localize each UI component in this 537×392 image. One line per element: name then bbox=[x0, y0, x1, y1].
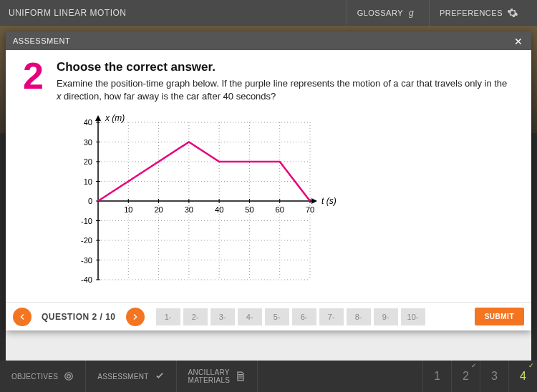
assessment-modal: ASSESSMENT 2 Choose the correct answer. … bbox=[6, 31, 531, 330]
bottom-bar: OBJECTIVES ASSESSMENT ANCILLARY MATERIAL… bbox=[0, 361, 537, 392]
svg-text:70: 70 bbox=[306, 205, 314, 214]
svg-text:60: 60 bbox=[276, 205, 284, 214]
svg-marker-19 bbox=[311, 198, 317, 204]
svg-text:10: 10 bbox=[84, 177, 92, 186]
check-icon: ✓ bbox=[528, 362, 534, 369]
check-icon: ✓ bbox=[471, 362, 477, 369]
page-title: UNIFORM LINEAR MOTION bbox=[9, 8, 347, 18]
svg-marker-17 bbox=[95, 115, 101, 121]
modal-title: ASSESSMENT bbox=[13, 36, 514, 45]
submit-button[interactable]: SUBMIT bbox=[475, 308, 524, 325]
question-nav-item[interactable]: 4- bbox=[238, 308, 262, 325]
svg-text:10: 10 bbox=[124, 205, 132, 214]
next-question-button[interactable] bbox=[126, 308, 145, 326]
svg-point-55 bbox=[67, 375, 71, 378]
chevron-right-icon bbox=[131, 313, 140, 321]
svg-text:30: 30 bbox=[185, 205, 193, 214]
svg-text:50: 50 bbox=[245, 205, 253, 214]
svg-point-54 bbox=[65, 373, 73, 381]
modal-header: ASSESSMENT bbox=[6, 31, 531, 50]
check-icon bbox=[155, 371, 165, 381]
question-nav-item[interactable]: 6- bbox=[292, 308, 316, 325]
target-icon bbox=[64, 371, 74, 381]
tab-objectives[interactable]: OBJECTIVES bbox=[0, 361, 86, 392]
preferences-label: PREFERENCES bbox=[440, 9, 503, 17]
top-bar: UNIFORM LINEAR MOTION GLOSSARY g PREFERE… bbox=[0, 0, 537, 26]
question-nav-item[interactable]: 1- bbox=[156, 308, 180, 325]
question-nav-item[interactable]: 7- bbox=[319, 308, 344, 325]
section-button-2[interactable]: 2✓ bbox=[451, 361, 480, 392]
modal-footer: QUESTION 2 / 10 1-2-3-4-5-6-7-8-9-10- SU… bbox=[6, 302, 531, 330]
question-nav-item[interactable]: 2- bbox=[183, 308, 208, 325]
glossary-icon: g bbox=[407, 7, 419, 19]
question-nav: 1-2-3-4-5-6-7-8-9-10- bbox=[156, 308, 469, 325]
question-text: Examine the position-time graph below. I… bbox=[57, 77, 514, 102]
tab-ancillary[interactable]: ANCILLARY MATERIALS bbox=[177, 361, 258, 392]
ancillary-label-2: MATERIALS bbox=[188, 376, 231, 384]
gear-icon bbox=[507, 7, 518, 19]
svg-text:0: 0 bbox=[88, 197, 92, 205]
section-button-1[interactable]: 1 bbox=[422, 361, 451, 392]
svg-text:t (s): t (s) bbox=[321, 196, 337, 206]
question-counter: QUESTION 2 / 10 bbox=[42, 312, 116, 322]
svg-text:-20: -20 bbox=[81, 236, 92, 245]
question-nav-item[interactable]: 10- bbox=[401, 308, 425, 325]
question-nav-item[interactable]: 5- bbox=[265, 308, 289, 325]
position-time-chart: 10203040506070-40-30-20-10010203040x (m)… bbox=[57, 111, 514, 290]
glossary-label: GLOSSARY bbox=[357, 9, 403, 17]
question-title: Choose the correct answer. bbox=[57, 60, 514, 74]
pager-background bbox=[6, 330, 531, 361]
document-icon bbox=[236, 371, 246, 381]
preferences-button[interactable]: PREFERENCES bbox=[429, 0, 528, 26]
objectives-label: OBJECTIVES bbox=[11, 373, 58, 381]
tab-assessment[interactable]: ASSESSMENT bbox=[86, 361, 176, 392]
svg-text:20: 20 bbox=[154, 205, 163, 214]
svg-text:g: g bbox=[409, 8, 414, 18]
svg-text:40: 40 bbox=[84, 118, 92, 127]
svg-text:20: 20 bbox=[84, 157, 92, 166]
assessment-label: ASSESSMENT bbox=[97, 373, 148, 381]
svg-text:30: 30 bbox=[84, 138, 92, 147]
question-number: 2 bbox=[23, 57, 44, 292]
ancillary-label-1: ANCILLARY bbox=[188, 368, 231, 376]
svg-text:-40: -40 bbox=[81, 275, 92, 284]
glossary-button[interactable]: GLOSSARY g bbox=[347, 0, 429, 26]
svg-text:-10: -10 bbox=[81, 217, 92, 225]
prev-question-button[interactable] bbox=[13, 308, 32, 326]
svg-text:-30: -30 bbox=[81, 256, 92, 265]
section-button-4[interactable]: 4✓ bbox=[508, 361, 537, 392]
question-nav-item[interactable]: 8- bbox=[347, 308, 371, 325]
svg-text:x (m): x (m) bbox=[105, 113, 125, 123]
chevron-left-icon bbox=[18, 313, 26, 321]
close-icon[interactable] bbox=[514, 36, 524, 46]
svg-text:40: 40 bbox=[215, 205, 223, 214]
question-nav-item[interactable]: 9- bbox=[374, 308, 398, 325]
section-button-3[interactable]: 3 bbox=[480, 361, 508, 392]
question-nav-item[interactable]: 3- bbox=[211, 308, 235, 325]
